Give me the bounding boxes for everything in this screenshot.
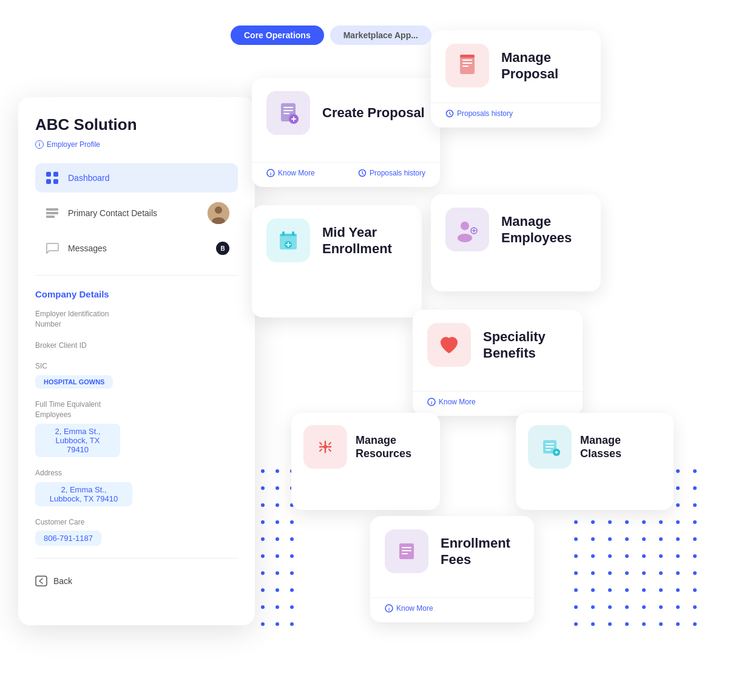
back-button[interactable]: Back (35, 571, 238, 591)
field-fte: Full Time EquivalentEmployees 2, Emma St… (35, 399, 238, 457)
enrollment-fees-card[interactable]: EnrollmentFees i Know More (370, 516, 534, 622)
manage-resources-card[interactable]: ManageResources (291, 413, 440, 510)
manage-proposal-icon-box (445, 44, 489, 87)
svg-point-8 (215, 206, 222, 214)
nav-label-messages: Messages (68, 243, 107, 253)
speciality-know-more-link[interactable]: i Know More (427, 398, 476, 406)
svg-rect-13 (283, 110, 293, 111)
speciality-benefits-title: SpecialityBenefits (483, 328, 546, 362)
svg-rect-38 (546, 446, 554, 447)
enrollment-fees-title: EnrollmentFees (441, 535, 510, 568)
nav-label-dashboard: Dashboard (68, 173, 110, 183)
manage-employees-title: ManageEmployees (501, 213, 572, 246)
manage-proposals-history-label: Proposals history (457, 109, 513, 118)
create-proposal-footer: i Know More Proposals history (252, 162, 440, 187)
field-label-fte: Full Time EquivalentEmployees (35, 399, 238, 420)
info-circle-icon: i (266, 169, 275, 177)
nav-item-primary-contact[interactable]: Primary Contact Details (35, 196, 238, 230)
field-sic: SIC HOSPITAL GOWNS (35, 361, 238, 389)
manage-proposal-icon (455, 53, 480, 78)
manage-resources-icon-box (303, 425, 347, 469)
svg-rect-10 (36, 576, 47, 586)
nav-item-dashboard[interactable]: Dashboard (35, 163, 238, 192)
field-label-employer-id: Employer IdentificationNumber (35, 309, 238, 330)
svg-rect-27 (282, 231, 285, 236)
manage-classes-card[interactable]: ManageClasses (516, 413, 674, 510)
mid-year-enrollment-card[interactable]: Mid YearEnrollment (252, 205, 422, 318)
field-label-sic: SIC (35, 361, 238, 372)
manage-employees-card[interactable]: ManageEmployees (431, 194, 601, 291)
tab-core-operations[interactable]: Core Operations (231, 25, 324, 45)
tab-marketplace[interactable]: Marketplace App... (330, 25, 431, 45)
svg-rect-44 (402, 553, 408, 554)
nav-label-contact: Primary Contact Details (68, 208, 157, 218)
top-tabs: Core Operations Marketplace App... (231, 25, 431, 45)
messages-icon (44, 240, 61, 257)
svg-rect-20 (462, 59, 472, 61)
svg-text:i: i (388, 607, 390, 612)
dashboard-icon (44, 169, 61, 186)
enrollment-fees-icon-box (385, 529, 428, 573)
svg-point-31 (458, 234, 472, 242)
svg-rect-22 (462, 66, 468, 67)
message-badge: B (216, 242, 229, 255)
svg-text:i: i (270, 171, 271, 177)
sidebar-title: ABC Solution (35, 115, 137, 134)
enrollment-know-more-link[interactable]: i Know More (385, 604, 433, 613)
info-icon-spec: i (427, 398, 436, 406)
svg-rect-6 (46, 216, 55, 218)
manage-proposal-title: ManageProposal (501, 49, 558, 83)
svg-point-30 (461, 222, 469, 230)
field-address: Address 2, Emma St.,Lubbock, TX 79410 (35, 468, 238, 506)
svg-rect-19 (460, 56, 475, 74)
manage-resources-icon (314, 435, 337, 458)
svg-rect-21 (462, 63, 472, 64)
svg-rect-5 (46, 212, 58, 214)
employer-profile-label: Employer Profile (47, 140, 100, 149)
speciality-benefits-icon (436, 332, 462, 358)
svg-rect-28 (292, 231, 294, 236)
manage-employees-icon (454, 216, 481, 243)
field-value-address: 2, Emma St.,Lubbock, TX 79410 (35, 482, 132, 506)
nav-item-messages[interactable]: Messages B (35, 234, 238, 263)
employer-profile-link[interactable]: i Employer Profile (35, 140, 238, 149)
field-label-care: Customer Care (35, 517, 238, 528)
field-broker-client: Broker Client ID (35, 341, 238, 351)
know-more-link[interactable]: i Know More (266, 169, 315, 177)
info-icon-enroll: i (385, 604, 393, 613)
svg-rect-4 (46, 208, 58, 211)
svg-rect-3 (53, 179, 58, 184)
manage-proposal-footer: Proposals history (431, 103, 601, 127)
svg-rect-12 (283, 107, 293, 108)
field-value-fte: 2, Emma St., Lubbock, TX 79410 (35, 424, 120, 457)
avatar (208, 202, 229, 224)
field-employer-id: Employer IdentificationNumber (35, 309, 238, 330)
speciality-benefits-card[interactable]: SpecialityBenefits i Know More (413, 310, 583, 416)
create-proposal-icon (276, 100, 301, 126)
svg-rect-42 (402, 547, 411, 548)
manage-proposal-history-link[interactable]: Proposals history (445, 109, 513, 118)
contact-icon (44, 205, 61, 222)
svg-rect-2 (46, 179, 51, 184)
manage-classes-icon (538, 435, 561, 458)
mid-year-icon-box (266, 219, 310, 262)
back-icon (35, 576, 47, 586)
back-label: Back (53, 576, 72, 586)
mid-year-title: Mid YearEnrollment (322, 224, 392, 257)
manage-classes-title: ManageClasses (580, 433, 621, 461)
field-customer-care: Customer Care 806-791-1187 (35, 517, 238, 546)
speciality-benefits-footer: i Know More (413, 391, 583, 416)
speciality-benefits-icon-box (427, 323, 471, 367)
create-proposal-icon-box (266, 91, 310, 135)
field-value-care: 806-791-1187 (35, 531, 101, 546)
svg-rect-43 (402, 550, 411, 551)
proposals-history-link[interactable]: Proposals history (358, 169, 425, 177)
svg-rect-0 (46, 172, 51, 177)
manage-proposal-card[interactable]: ManageProposal Proposals history (431, 30, 601, 127)
history-icon (358, 169, 367, 177)
create-proposal-card[interactable]: Create Proposal i Know More Proposals hi… (252, 78, 440, 187)
svg-rect-14 (283, 113, 289, 114)
divider-1 (35, 275, 238, 276)
field-value-sic: HOSPITAL GOWNS (35, 375, 113, 389)
divider-2 (35, 558, 238, 559)
